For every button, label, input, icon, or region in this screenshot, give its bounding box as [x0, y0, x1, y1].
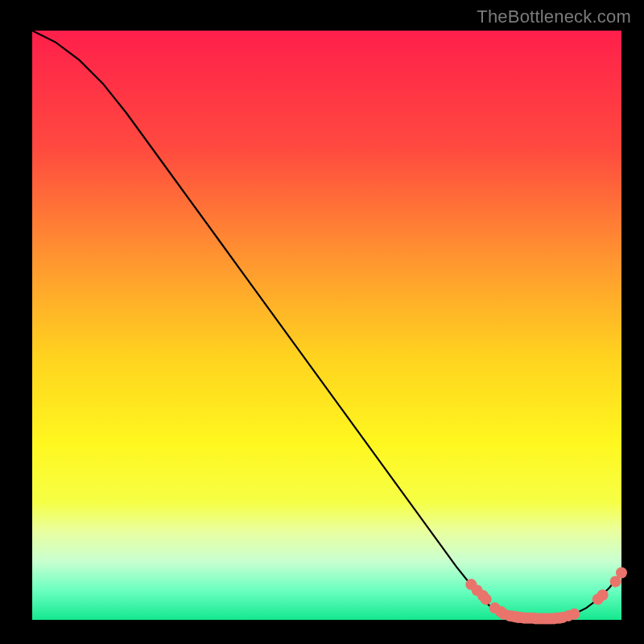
chart-frame: TheBottleneck.com [0, 0, 644, 644]
data-marker [597, 589, 609, 601]
bottleneck-chart [0, 0, 644, 644]
data-marker [616, 567, 627, 578]
plot-gradient-bg [32, 31, 621, 620]
data-marker [568, 609, 580, 620]
data-marker [481, 593, 492, 605]
watermark-text: TheBottleneck.com [477, 6, 631, 27]
